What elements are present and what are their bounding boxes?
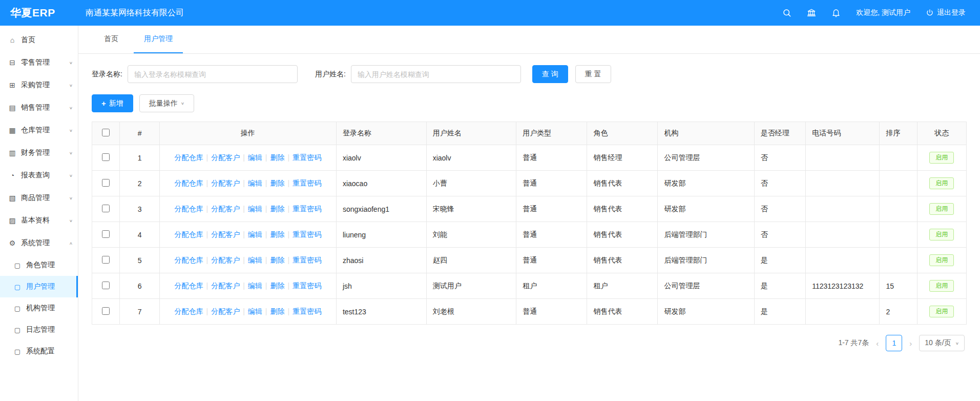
reset-password-link[interactable]: 重置密码: [293, 205, 321, 213]
login-name-input[interactable]: [128, 65, 298, 83]
role: 销售代表: [587, 171, 658, 196]
bell-icon[interactable]: [831, 8, 841, 17]
assign-depot-link[interactable]: 分配仓库: [175, 153, 203, 162]
delete-link[interactable]: 删除: [270, 230, 284, 238]
user-name-input[interactable]: [351, 65, 521, 83]
row-checkbox[interactable]: [102, 282, 110, 289]
assign-customer-link[interactable]: 分配客户: [211, 256, 240, 264]
table-row: 7分配仓库|分配客户|编辑|删除|重置密码test123刘老根普通销售代表研发部…: [92, 299, 967, 325]
toolbar: + 新增 批量操作 ∨: [92, 94, 967, 112]
edit-link[interactable]: 编辑: [248, 282, 262, 290]
sidebar-item-user-management[interactable]: ▢用户管理: [0, 276, 78, 297]
assign-customer-link[interactable]: 分配客户: [211, 205, 240, 213]
action-divider: |: [265, 205, 267, 213]
row-checkbox[interactable]: [102, 179, 110, 187]
table-header-row: #操作登录名称用户姓名用户类型角色机构是否经理电话号码排序状态: [92, 122, 967, 145]
reset-password-link[interactable]: 重置密码: [293, 230, 321, 238]
logout-button[interactable]: 退出登录: [926, 8, 966, 17]
report-icon: ◔: [8, 171, 16, 179]
assign-customer-link[interactable]: 分配客户: [211, 179, 240, 187]
assign-depot-link[interactable]: 分配仓库: [175, 307, 203, 315]
edit-link[interactable]: 编辑: [248, 307, 262, 315]
sidebar-item-report[interactable]: ◔报表查询∨: [0, 164, 78, 187]
status-badge[interactable]: 启用: [929, 152, 954, 164]
edit-link[interactable]: 编辑: [248, 179, 262, 187]
sidebar-item-purchase[interactable]: ⊞采购管理∨: [0, 74, 78, 96]
tab-home[interactable]: 首页: [94, 26, 129, 53]
delete-link[interactable]: 删除: [270, 282, 284, 290]
reset-password-link[interactable]: 重置密码: [293, 282, 321, 290]
status-badge[interactable]: 启用: [929, 306, 954, 317]
sidebar-item-retail[interactable]: ⊟零售管理∨: [0, 51, 78, 74]
row-checkbox[interactable]: [102, 230, 110, 238]
app-logo[interactable]: 华夏ERP: [0, 6, 78, 20]
assign-customer-link[interactable]: 分配客户: [211, 307, 240, 315]
delete-link[interactable]: 删除: [270, 307, 284, 315]
user-name: 测试用户: [426, 273, 516, 299]
search-button[interactable]: 查 询: [532, 65, 568, 83]
row-actions: 分配仓库|分配客户|编辑|删除|重置密码: [159, 248, 336, 273]
phone-number: [806, 171, 880, 196]
reset-password-link[interactable]: 重置密码: [293, 153, 321, 162]
sidebar-item-system-config[interactable]: ▢系统配置: [0, 340, 78, 362]
phone-number: [806, 196, 880, 222]
row-checkbox[interactable]: [102, 205, 110, 212]
assign-depot-link[interactable]: 分配仓库: [175, 179, 203, 187]
sidebar-item-base[interactable]: ▨基本资料∨: [0, 209, 78, 232]
edit-link[interactable]: 编辑: [248, 205, 262, 213]
row-checkbox[interactable]: [102, 153, 110, 161]
tab-user-management[interactable]: 用户管理: [134, 26, 183, 53]
finance-icon: ▥: [8, 149, 16, 157]
sidebar-item-sale[interactable]: ▤销售管理∨: [0, 96, 78, 119]
sidebar-item-system[interactable]: ⚙系统管理∧: [0, 232, 78, 254]
reset-password-link[interactable]: 重置密码: [293, 307, 321, 315]
select-all-checkbox[interactable]: [102, 129, 110, 136]
status-badge[interactable]: 启用: [929, 254, 954, 266]
assign-customer-link[interactable]: 分配客户: [211, 230, 240, 238]
edit-link[interactable]: 编辑: [248, 230, 262, 238]
row-select-cell: [92, 222, 120, 248]
delete-link[interactable]: 删除: [270, 153, 284, 162]
assign-customer-link[interactable]: 分配客户: [211, 282, 240, 290]
edit-link[interactable]: 编辑: [248, 153, 262, 162]
delete-link[interactable]: 删除: [270, 179, 284, 187]
current-page-button[interactable]: 1: [886, 335, 902, 351]
row-checkbox[interactable]: [102, 307, 110, 315]
sidebar-item-depot[interactable]: ▦仓库管理∨: [0, 119, 78, 142]
assign-depot-link[interactable]: 分配仓库: [175, 256, 203, 264]
sidebar-item-log-management[interactable]: ▢日志管理: [0, 319, 78, 340]
row-checkbox[interactable]: [102, 256, 110, 264]
next-page-button[interactable]: ›: [908, 339, 913, 348]
sidebar-item-label: 采购管理: [21, 81, 50, 90]
edit-link[interactable]: 编辑: [248, 256, 262, 264]
status-badge[interactable]: 启用: [929, 229, 954, 240]
assign-depot-link[interactable]: 分配仓库: [175, 205, 203, 213]
reset-password-link[interactable]: 重置密码: [293, 256, 321, 264]
status-cell: 启用: [917, 171, 966, 196]
status-badge[interactable]: 启用: [929, 280, 954, 292]
add-button[interactable]: + 新增: [92, 94, 133, 112]
user-type: 普通: [516, 299, 587, 325]
sidebar-item-role-management[interactable]: ▢角色管理: [0, 254, 78, 276]
assign-depot-link[interactable]: 分配仓库: [175, 282, 203, 290]
sidebar-item-finance[interactable]: ▥财务管理∨: [0, 142, 78, 164]
delete-link[interactable]: 删除: [270, 256, 284, 264]
status-badge[interactable]: 启用: [929, 203, 954, 215]
row-actions: 分配仓库|分配客户|编辑|删除|重置密码: [159, 222, 336, 248]
reset-password-link[interactable]: 重置密码: [293, 179, 321, 187]
assign-customer-link[interactable]: 分配客户: [211, 153, 240, 162]
sidebar-item-home[interactable]: ⌂首页: [0, 29, 78, 51]
sidebar-item-org-management[interactable]: ▢机构管理: [0, 297, 78, 319]
prev-page-button[interactable]: ‹: [875, 339, 880, 348]
sidebar-item-goods[interactable]: ▧商品管理∨: [0, 187, 78, 209]
status-badge[interactable]: 启用: [929, 177, 954, 189]
bank-icon[interactable]: [807, 8, 816, 17]
action-divider: |: [206, 230, 208, 238]
delete-link[interactable]: 删除: [270, 205, 284, 213]
batch-operations-button[interactable]: 批量操作 ∨: [139, 94, 194, 112]
assign-depot-link[interactable]: 分配仓库: [175, 230, 203, 238]
search-icon[interactable]: [782, 8, 791, 17]
reset-button[interactable]: 重 置: [575, 65, 611, 83]
chevron-down-icon: ∨: [69, 173, 73, 177]
page-size-select[interactable]: 10 条/页 ∨: [919, 335, 965, 351]
